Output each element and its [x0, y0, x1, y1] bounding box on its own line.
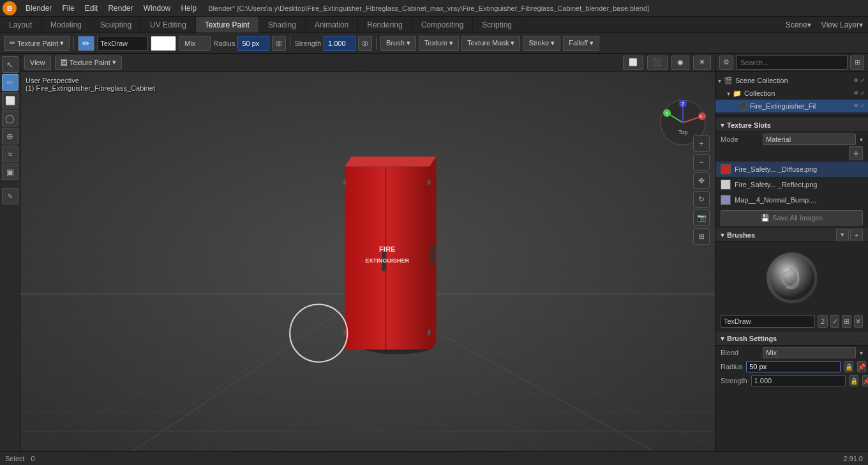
viewport-shading-solid[interactable]: ⬛	[647, 56, 668, 70]
strength-picker-button[interactable]: ◎	[358, 36, 372, 51]
stroke-selector[interactable]: Stroke ▾	[523, 36, 560, 51]
tool-annotate[interactable]: ✎	[2, 188, 19, 204]
view-menu-btn[interactable]: View	[24, 56, 51, 70]
falloff-selector[interactable]: Falloff ▾	[563, 36, 599, 51]
brushes-header[interactable]: ▾ Brushes ▾ +	[715, 228, 868, 242]
texture-slot-diffuse[interactable]: Fire_Safety... _Diffuse.png	[715, 162, 868, 177]
brush-preview[interactable]	[767, 252, 818, 303]
radius-prop-input[interactable]	[746, 361, 841, 372]
svg-text:Y: Y	[665, 111, 669, 116]
tool-mask[interactable]: ▣	[2, 164, 19, 180]
col-visibility-btn[interactable]: 👁	[853, 90, 859, 96]
menu-window[interactable]: Window	[138, 3, 176, 14]
zoom-out-btn[interactable]: −	[693, 154, 710, 171]
tab-rendering[interactable]: Rendering	[358, 17, 412, 33]
tab-layout[interactable]: Layout	[0, 17, 41, 33]
tab-sculpting[interactable]: Sculpting	[91, 17, 141, 33]
blender-logo[interactable]: B	[3, 1, 17, 15]
strength-lock-btn[interactable]: 🔒	[849, 375, 858, 386]
radius-lock-btn[interactable]: 🔒	[844, 361, 853, 372]
tab-animation[interactable]: Animation	[306, 17, 358, 33]
pan-btn[interactable]: ✥	[693, 172, 710, 189]
object-row[interactable]: ⬛ Fire_Extinguisher_Fil 👁 ✓	[715, 100, 868, 112]
frame-indicator: 0	[31, 455, 35, 462]
viewport-shading-wire[interactable]: ⬜	[623, 56, 643, 70]
menu-help[interactable]: Help	[176, 3, 202, 14]
tab-texture-paint[interactable]: Texture Paint	[196, 17, 259, 33]
view-layer-selector[interactable]: View Layer ▾	[816, 17, 868, 33]
scene-collection-row[interactable]: ▾ 🎬 Scene Collection 👁 ✓	[715, 74, 868, 87]
tab-modeling[interactable]: Modeling	[41, 17, 91, 33]
texture-slots-header[interactable]: ▾ Texture Slots ···	[715, 118, 868, 132]
camera-btn[interactable]: 📷	[693, 210, 710, 226]
blend-mode-selector[interactable]: Mix	[179, 36, 211, 51]
color-swatch[interactable]	[151, 36, 176, 51]
mode-selector[interactable]: ✏ Texture Paint ▾	[4, 36, 70, 51]
scene-selector[interactable]: Scene ▾	[781, 17, 816, 33]
viewport-shading-rendered[interactable]: ☀	[693, 56, 711, 70]
tool-draw[interactable]: ✏	[2, 74, 19, 91]
brush-copy-btn[interactable]: ⊞	[842, 315, 851, 328]
tool-clone[interactable]: ⊕	[2, 128, 19, 144]
brush-draw-button[interactable]: ✏	[78, 36, 94, 51]
collection-row[interactable]: ▾ 📁 Collection 👁 ✓	[715, 87, 868, 100]
brush-name-input[interactable]	[97, 36, 148, 51]
tool-fill[interactable]: ⬜	[2, 92, 19, 109]
texture-slot-normal[interactable]: Map__4_Normal_Bump....	[715, 192, 868, 208]
tool-smear[interactable]: ≈	[2, 146, 19, 162]
scene-exclude-btn[interactable]: ✓	[860, 77, 865, 84]
viewport-mode-btn[interactable]: 🖼 Texture Paint ▾	[55, 56, 122, 70]
brush-check-btn[interactable]: ✓	[830, 315, 839, 328]
radius-value[interactable]: 50 px	[237, 36, 269, 51]
obj-exclude-btn[interactable]: ✓	[860, 103, 865, 109]
scene-visibility-btn[interactable]: 👁	[853, 77, 859, 84]
svg-rect-34	[343, 330, 346, 335]
texture-slot-reflect[interactable]: Fire_Safety... _Reflect.png	[715, 177, 868, 192]
viewport-wrapper: View 🖼 Texture Paint ▾ ⬜ ⬛ ◉ ☀	[20, 54, 715, 451]
texture-selector[interactable]: Texture ▾	[419, 36, 459, 51]
right-panel-header: ⚙ ⊞	[715, 54, 868, 72]
blend-prop-label: Blend	[721, 349, 759, 356]
save-all-label: Save All Images	[772, 214, 823, 222]
outliner-sync-btn[interactable]: ⊞	[850, 56, 864, 70]
brush-delete-btn[interactable]: ✕	[854, 315, 863, 328]
svg-text:EXTINGUISHER: EXTINGUISHER	[365, 257, 409, 264]
texture-mask-selector[interactable]: Texture Mask ▾	[461, 36, 520, 51]
col-exclude-btn[interactable]: ✓	[860, 90, 865, 96]
orbit-btn[interactable]: ↻	[693, 191, 710, 208]
outliner-search-input[interactable]	[736, 56, 848, 70]
menu-file[interactable]: File	[57, 3, 79, 14]
tab-uv-editing[interactable]: UV Editing	[141, 17, 196, 33]
scene-collection-icon: ▾	[718, 77, 721, 84]
brush-selector[interactable]: Brush ▾	[380, 36, 416, 51]
save-all-images-btn[interactable]: 💾 Save All Images	[721, 210, 863, 225]
strength-prop-input[interactable]	[751, 375, 846, 386]
obj-visibility-btn[interactable]: 👁	[853, 103, 859, 109]
blend-prop-select[interactable]: Mix	[763, 347, 856, 358]
menu-edit[interactable]: Edit	[80, 3, 103, 14]
tab-scripting[interactable]: Scripting	[473, 17, 521, 33]
mode-prop-select[interactable]: Material	[763, 133, 856, 145]
tab-compositing[interactable]: Compositing	[412, 17, 474, 33]
brush-settings-header[interactable]: ▾ Brush Settings ···	[715, 332, 868, 346]
menu-blender[interactable]: Blender	[20, 3, 57, 14]
tool-select[interactable]: ↖	[2, 56, 19, 73]
strength-value[interactable]: 1.000	[324, 36, 355, 51]
tab-shading[interactable]: Shading	[259, 17, 306, 33]
brushes-expand-btn[interactable]: ▾	[836, 229, 849, 241]
outliner-filter-btn[interactable]: ⚙	[719, 56, 733, 70]
texture-slots-chevron: ▾	[721, 121, 724, 130]
tool-erase[interactable]: ◯	[2, 110, 19, 126]
radius-pin-btn[interactable]: 📌	[857, 361, 866, 372]
add-texture-slot-btn[interactable]: +	[849, 146, 863, 160]
strength-pin-btn[interactable]: 📌	[862, 375, 868, 386]
menu-render[interactable]: Render	[103, 3, 138, 14]
viewport-3d[interactable]: FIRE EXTINGUISHER User Perspective (1) F…	[20, 72, 715, 451]
viewport-shading-material[interactable]: ◉	[671, 56, 689, 70]
brush-name-edit-input[interactable]	[721, 315, 815, 328]
window-title: Blender* [C:\Users\a y\Desktop\Fire_Exti…	[208, 4, 649, 12]
zoom-in-btn[interactable]: +	[693, 135, 710, 152]
brushes-add-btn[interactable]: +	[850, 229, 863, 241]
grid-btn[interactable]: ⊞	[693, 228, 710, 245]
radius-picker-button[interactable]: ◎	[272, 36, 286, 51]
